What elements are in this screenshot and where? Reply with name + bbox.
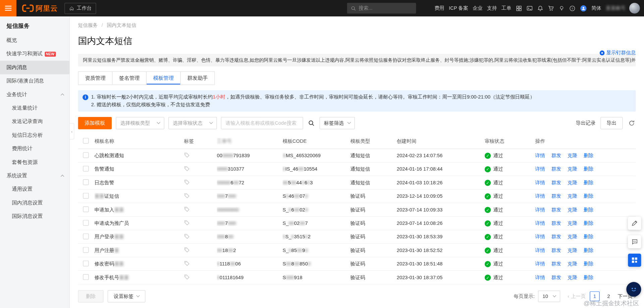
select-all-checkbox[interactable] (83, 138, 89, 143)
sidebar-item[interactable]: 套餐包资源 (0, 156, 69, 169)
delete-link[interactable]: 删除 (584, 220, 593, 226)
topbar-link[interactable]: 工单 (501, 5, 511, 12)
breadcrumb-sms-service[interactable]: 短信服务 (78, 22, 98, 28)
detail-link[interactable]: 详情 (535, 152, 545, 158)
bulb-icon[interactable] (558, 5, 565, 11)
prev-page-button[interactable]: ‹ 上一页 (568, 293, 586, 300)
tag-filter-select[interactable]: 标签筛选 (320, 117, 355, 129)
row-checkbox[interactable] (83, 206, 89, 212)
row-checkbox[interactable] (83, 274, 89, 280)
sidebar-item[interactable]: 短信日志分析 (0, 128, 69, 142)
row-checkbox[interactable] (83, 260, 89, 266)
detail-link[interactable]: 详情 (535, 261, 545, 266)
sidebar-item[interactable]: 业务统计 (0, 88, 69, 101)
sidebar-item[interactable]: 国内消息 (0, 61, 69, 74)
cart-icon[interactable] (548, 5, 554, 11)
tab[interactable]: 群发助手 (180, 71, 215, 85)
delete-link[interactable]: 删除 (584, 193, 593, 199)
clone-link[interactable]: 克隆 (568, 261, 577, 266)
workspace-button[interactable]: 工作台 (64, 3, 96, 14)
clone-link[interactable]: 克隆 (568, 193, 577, 199)
help-icon[interactable]: ? (569, 5, 575, 11)
mass-send-link[interactable]: 群发 (551, 247, 561, 253)
apps-icon[interactable] (516, 5, 522, 11)
tag-icon[interactable] (184, 152, 190, 159)
mass-send-link[interactable]: 群发 (551, 193, 561, 199)
sidebar-collapse-button[interactable]: ‹ (70, 123, 74, 139)
template-type-select[interactable]: 选择模板类型 (116, 117, 164, 129)
topbar-link[interactable]: 支持 (487, 5, 497, 12)
sidebar-item[interactable]: 发送记录查询 (0, 115, 69, 128)
add-template-button[interactable]: 添加模板 (78, 117, 112, 129)
tag-icon[interactable] (184, 260, 190, 267)
delete-link[interactable]: 删除 (584, 180, 593, 185)
export-button[interactable]: 导出 (600, 117, 623, 129)
clone-link[interactable]: 克隆 (568, 234, 577, 239)
clone-link[interactable]: 克隆 (568, 274, 577, 280)
row-checkbox[interactable] (83, 193, 89, 198)
template-search-input[interactable] (221, 117, 303, 129)
sidebar-item[interactable]: 国内消息设置 (0, 196, 69, 209)
review-status-select[interactable]: 选择审核状态 (168, 117, 217, 129)
tab[interactable]: 资质管理 (78, 71, 113, 85)
clone-link[interactable]: 克隆 (568, 152, 577, 158)
sidebar-item[interactable]: 国际消息设置 (0, 210, 69, 223)
mass-send-link[interactable]: 群发 (551, 234, 561, 239)
show-dingtalk-group-link[interactable]: 显示钉群信息 (600, 49, 636, 56)
bell-icon[interactable] (537, 5, 543, 11)
detail-link[interactable]: 详情 (535, 220, 545, 226)
batch-delete-button[interactable]: 删除 (78, 290, 104, 303)
delete-link[interactable]: 删除 (584, 274, 593, 280)
sidebar-item[interactable]: 系统设置 (0, 169, 69, 182)
detail-link[interactable]: 详情 (535, 247, 545, 253)
clone-link[interactable]: 克隆 (568, 220, 577, 226)
detail-link[interactable]: 详情 (535, 234, 545, 239)
sidebar-item[interactable]: 快速学习和测试 NEW (0, 47, 69, 61)
row-checkbox[interactable] (83, 247, 89, 253)
tab[interactable]: 模板管理 (146, 71, 181, 85)
sidebar-item[interactable]: 国际/港澳台消息 (0, 74, 69, 88)
detail-link[interactable]: 详情 (535, 166, 545, 172)
sidebar-item[interactable]: 费用统计 (0, 142, 69, 156)
avatar[interactable] (629, 3, 640, 14)
detail-link[interactable]: 详情 (535, 207, 545, 212)
support-icon[interactable] (580, 5, 587, 12)
mass-send-link[interactable]: 群发 (551, 207, 561, 212)
sidebar-item[interactable]: 通用设置 (0, 183, 69, 196)
row-checkbox[interactable] (83, 152, 89, 158)
per-page-select[interactable]: 10 (538, 291, 560, 302)
row-checkbox[interactable] (83, 179, 89, 185)
delete-link[interactable]: 删除 (584, 261, 593, 266)
global-search-input[interactable]: 搜索... (347, 3, 416, 14)
clone-link[interactable]: 克隆 (568, 180, 577, 185)
delete-link[interactable]: 删除 (584, 247, 593, 253)
tag-icon[interactable] (184, 179, 190, 186)
delete-link[interactable]: 删除 (584, 166, 593, 172)
tag-icon[interactable] (184, 206, 190, 213)
aliyun-logo[interactable]: 阿里云 (22, 3, 58, 13)
set-tag-button[interactable]: 设置标签 (108, 290, 146, 303)
detail-link[interactable]: 详情 (535, 193, 545, 199)
tag-icon[interactable] (184, 220, 190, 227)
row-checkbox[interactable] (83, 220, 89, 226)
tag-icon[interactable] (184, 233, 190, 240)
tab[interactable]: 签名管理 (112, 71, 147, 85)
tag-icon[interactable] (184, 166, 190, 173)
console-icon[interactable] (527, 5, 533, 11)
feedback-edit-button[interactable] (628, 217, 641, 230)
clone-link[interactable]: 克隆 (568, 247, 577, 253)
tag-icon[interactable] (184, 247, 190, 254)
export-record-link[interactable]: 导出记录 (576, 120, 596, 127)
topbar-link[interactable]: 费用 (434, 5, 444, 12)
sidebar-item[interactable]: 概览 (0, 34, 69, 47)
clone-link[interactable]: 克隆 (568, 166, 577, 172)
refresh-button[interactable] (628, 119, 636, 127)
detail-link[interactable]: 详情 (535, 274, 545, 280)
search-button[interactable] (307, 119, 315, 127)
ai-assistant-button[interactable] (626, 282, 641, 297)
mass-send-link[interactable]: 群发 (551, 261, 561, 266)
qr-code-button[interactable] (628, 254, 641, 267)
tag-icon[interactable] (184, 274, 190, 281)
tag-icon[interactable] (184, 193, 190, 200)
topbar-link[interactable]: 企业 (473, 5, 482, 12)
